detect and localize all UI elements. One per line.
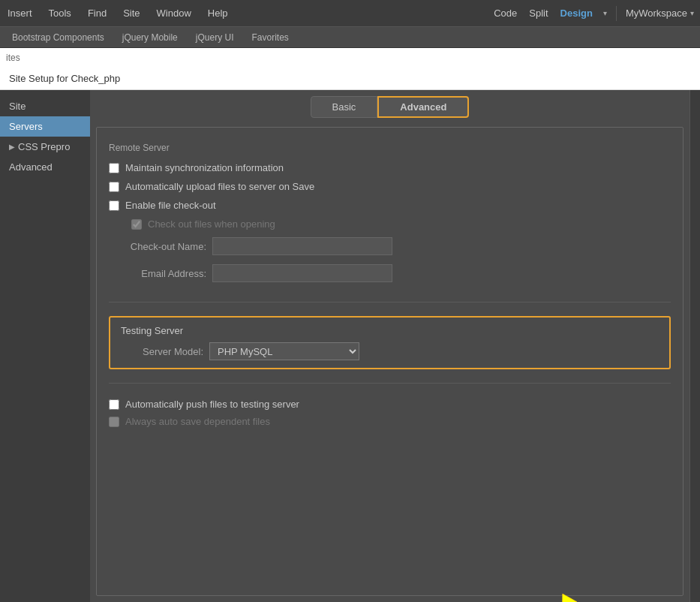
toolbar-tab-jquerymobile[interactable]: jQuery Mobile — [116, 31, 184, 44]
sidebar-item-advanced-label: Advanced — [9, 161, 53, 173]
email-label: Email Address: — [109, 268, 206, 279]
checkbox-checkout-opening-label: Check out files when opening — [148, 218, 275, 230]
checkbox-autoupload: Automatically upload files to server on … — [109, 181, 671, 192]
toolbar-tab-favorites[interactable]: Favorites — [245, 31, 294, 44]
menu-design[interactable]: Design — [559, 5, 594, 22]
testing-server-title: Testing Server — [121, 325, 659, 336]
menu-window[interactable]: Window — [155, 5, 193, 22]
checkbox-sync-label: Maintain synchronization information — [125, 162, 284, 173]
remote-server-group: Remote Server Maintain synchronization i… — [109, 137, 671, 291]
email-input[interactable] — [212, 264, 392, 282]
divider-1 — [109, 302, 671, 303]
sidebar-item-advanced[interactable]: Advanced — [0, 157, 90, 177]
checkbox-checkout-label: Enable file check-out — [125, 200, 216, 211]
menu-help[interactable]: Help — [206, 5, 230, 22]
menu-site[interactable]: Site — [122, 5, 141, 22]
checkbox-checkout-opening-input[interactable] — [131, 219, 142, 230]
dialog-title: Site Setup for Check_php — [9, 73, 120, 84]
menu-bar-left: Insert Tools Find Site Window Help — [6, 5, 492, 22]
checkbox-checkout-opening: Check out files when opening — [109, 218, 671, 230]
bottom-checks: Automatically push files to testing serv… — [109, 394, 671, 429]
checkbox-autopush-label: Automatically push files to testing serv… — [125, 399, 299, 410]
checkbox-autopush-input[interactable] — [109, 399, 119, 410]
workspace-dropdown-arrow: ▾ — [690, 9, 694, 17]
menu-bar-right: Code Split Design ▾ MyWorkspace ▾ — [492, 5, 694, 22]
css-expand-arrow: ▶ — [9, 143, 15, 151]
testing-server-box: Testing Server Server Model: PHP MySQL A… — [109, 316, 671, 369]
server-model-row: Server Model: PHP MySQL ASP JavaScript A… — [121, 342, 659, 360]
sidebar-item-servers-label: Servers — [9, 121, 43, 132]
checkbox-autosave: Always auto save dependent files — [109, 416, 671, 427]
toolbar-strip: Bootstrap Components jQuery Mobile jQuer… — [0, 27, 700, 48]
toolbar-tab-bootstrap[interactable]: Bootstrap Components — [6, 31, 110, 44]
sidebar-item-site-label: Site — [9, 101, 26, 112]
checkbox-autoupload-input[interactable] — [109, 182, 119, 192]
main-panel: Remote Server Maintain synchronization i… — [96, 127, 683, 596]
design-dropdown-arrow[interactable]: ▾ — [603, 9, 607, 17]
tabs-row: Basic Advanced — [96, 96, 683, 118]
sidebar-item-servers[interactable]: Servers — [0, 116, 90, 137]
sidebar: Site Servers ▶ CSS Prepro Advanced — [0, 90, 90, 602]
checkbox-autosave-input[interactable] — [109, 417, 119, 427]
sidebar-item-css-label: CSS Prepro — [18, 141, 70, 152]
menu-find[interactable]: Find — [86, 5, 108, 22]
checkbox-sync: Maintain synchronization information — [109, 162, 671, 173]
checkbox-sync-input[interactable] — [109, 163, 119, 173]
checkbox-autoupload-label: Automatically upload files to server on … — [125, 181, 314, 192]
search-area: ites — [0, 48, 700, 68]
checkbox-checkout: Enable file check-out — [109, 200, 671, 211]
checkbox-autosave-label: Always auto save dependent files — [125, 416, 270, 427]
checkout-name-label: Check-out Name: — [109, 241, 206, 252]
menu-separator — [616, 6, 617, 21]
checkout-name-input[interactable] — [212, 237, 392, 255]
dialog-body: Site Servers ▶ CSS Prepro Advanced Basic… — [0, 90, 700, 602]
menu-bar: Insert Tools Find Site Window Help Code … — [0, 0, 700, 27]
checkbox-autopush: Automatically push files to testing serv… — [109, 399, 671, 410]
content-area: Basic Advanced Remote Server Maintain sy… — [90, 90, 689, 602]
dialog-title-bar: Site Setup for Check_php — [0, 68, 700, 90]
checkbox-checkout-input[interactable] — [109, 200, 119, 211]
checkout-name-row: Check-out Name: — [109, 237, 671, 255]
remote-server-label: Remote Server — [109, 143, 671, 153]
menu-split[interactable]: Split — [527, 5, 549, 22]
server-model-select[interactable]: PHP MySQL ASP JavaScript ASP VBScript AS… — [209, 342, 359, 360]
menu-code[interactable]: Code — [492, 5, 518, 22]
email-row: Email Address: — [109, 264, 671, 282]
search-placeholder: ites — [6, 53, 20, 63]
server-model-label: Server Model: — [121, 346, 203, 357]
scrollbar[interactable] — [689, 90, 700, 602]
menu-tools[interactable]: Tools — [47, 5, 73, 22]
toolbar-tab-jqueryui[interactable]: jQuery UI — [190, 31, 240, 44]
tab-advanced[interactable]: Advanced — [377, 96, 469, 118]
workspace-label: MyWorkspace — [626, 8, 687, 19]
sidebar-item-css[interactable]: ▶ CSS Prepro — [0, 137, 90, 157]
menu-workspace[interactable]: MyWorkspace ▾ — [626, 8, 694, 19]
sidebar-item-site[interactable]: Site — [0, 96, 90, 116]
divider-2 — [109, 383, 671, 384]
menu-insert[interactable]: Insert — [6, 5, 34, 22]
tab-basic[interactable]: Basic — [311, 96, 378, 118]
